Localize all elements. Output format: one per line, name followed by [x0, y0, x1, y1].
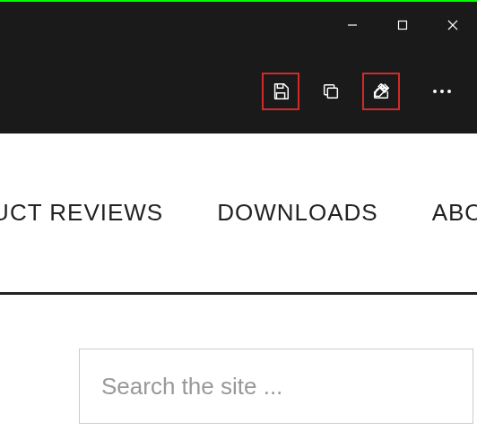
nav-item-reviews[interactable]: PRODUCT REVIEWS — [0, 199, 163, 227]
more-icon — [432, 89, 452, 94]
search-area — [0, 295, 477, 424]
search-input[interactable] — [79, 349, 473, 424]
svg-rect-4 — [327, 88, 337, 98]
app-toolbar — [0, 48, 477, 134]
nav-item-downloads[interactable]: DOWNLOADS — [217, 199, 377, 227]
copy-button[interactable] — [312, 73, 350, 110]
main-nav: PRODUCT REVIEWS DOWNLOADS ABOUT — [0, 134, 477, 295]
save-icon — [271, 82, 291, 101]
share-icon — [371, 82, 391, 101]
share-button[interactable] — [362, 73, 400, 110]
svg-rect-1 — [399, 22, 407, 30]
svg-point-6 — [440, 90, 444, 93]
svg-point-5 — [433, 90, 437, 93]
minimize-icon — [347, 20, 358, 30]
close-button[interactable] — [436, 12, 470, 39]
window-titlebar — [0, 2, 477, 48]
save-button[interactable] — [262, 73, 299, 110]
minimize-button[interactable] — [335, 12, 369, 39]
copy-icon — [321, 82, 341, 101]
close-icon — [447, 20, 458, 30]
svg-point-7 — [447, 90, 451, 93]
maximize-button[interactable] — [386, 12, 420, 39]
more-button[interactable] — [423, 73, 461, 110]
maximize-icon — [397, 20, 408, 30]
nav-item-about[interactable]: ABOUT — [432, 199, 477, 227]
